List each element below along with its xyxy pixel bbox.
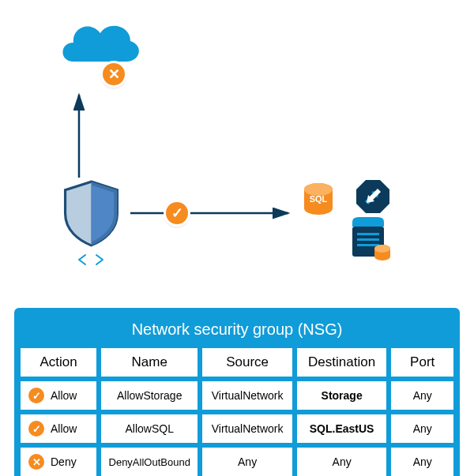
deny-badge-icon: ✕: [103, 63, 125, 85]
nsg-action-label: Allow: [51, 422, 77, 435]
architecture-diagram: ✕ ✓ SQL: [0, 0, 474, 308]
vm-nic-shield-node: [43, 180, 138, 270]
nsg-cell-destination: Any: [297, 448, 387, 476]
nsg-action-label: Deny: [51, 455, 77, 468]
nsg-panel: Network security group (NSG) Action Name…: [14, 308, 460, 476]
storage-server-icon: [346, 217, 393, 263]
nsg-action-label: Allow: [51, 389, 77, 402]
cloud-icon: [51, 16, 146, 79]
svg-point-4: [304, 202, 333, 215]
sql-database-icon: SQL: [300, 182, 337, 218]
network-octagon-icon: [354, 178, 392, 216]
nsg-cell-source: VirtualNetwork: [202, 414, 292, 443]
allow-badge-glyph: ✓: [171, 204, 183, 222]
nsg-cell-name: AllowSQL: [101, 414, 198, 443]
nsg-table: Action Name Source Destination Port ✓ Al…: [21, 348, 453, 476]
nsg-cell-destination: Storage: [297, 381, 387, 410]
allow-badge-on-arrow: ✓: [166, 202, 188, 224]
svg-rect-9: [357, 233, 379, 235]
nsg-col-port: Port: [391, 348, 453, 377]
allow-badge-icon: ✓: [166, 202, 188, 224]
nsg-cell-name: DenyAllOutBound: [101, 448, 198, 476]
nsg-cell-port: Any: [391, 448, 453, 476]
nsg-cell-source: Any: [202, 448, 292, 476]
nsg-cell-name: AllowStorage: [101, 381, 198, 410]
nsg-cell-port: Any: [391, 414, 453, 443]
nsg-col-name: Name: [101, 348, 198, 377]
nsg-cell-action: ✓ Allow: [21, 381, 96, 410]
allow-mini-icon: ✓: [28, 388, 44, 403]
svg-point-15: [374, 245, 390, 253]
nic-arrows-icon: [43, 253, 138, 270]
svg-point-14: [374, 253, 390, 260]
deny-mini-icon: ✕: [28, 454, 44, 470]
svg-text:SQL: SQL: [310, 194, 328, 204]
nsg-cell-port: Any: [391, 381, 453, 410]
azure-services-group: SQL: [292, 174, 403, 260]
internet-cloud-node: ✕: [47, 16, 150, 82]
shield-icon: [62, 180, 121, 247]
nsg-cell-destination: SQL.EastUS: [297, 414, 387, 443]
deny-badge-glyph: ✕: [108, 66, 120, 83]
svg-rect-11: [357, 244, 379, 246]
nsg-cell-action: ✓ Allow: [21, 414, 96, 443]
nsg-title: Network security group (NSG): [21, 314, 453, 348]
svg-rect-10: [357, 238, 379, 241]
allow-mini-icon: ✓: [28, 421, 44, 437]
nsg-cell-action: ✕ Deny: [21, 448, 96, 476]
nsg-col-action: Action: [21, 348, 96, 377]
nsg-cell-source: VirtualNetwork: [202, 381, 292, 410]
nsg-col-destination: Destination: [297, 348, 387, 377]
nsg-col-source: Source: [202, 348, 292, 377]
